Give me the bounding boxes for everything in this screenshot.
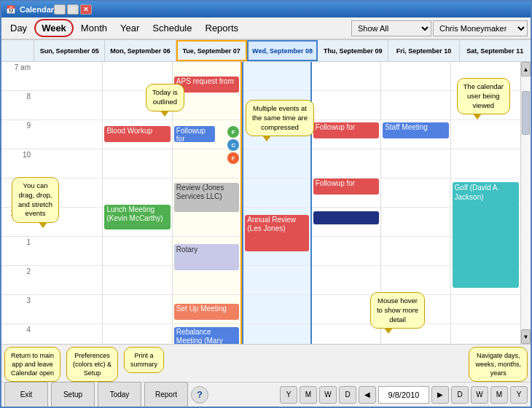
time-1: 1 (1, 237, 34, 266)
day-header-mon: Mon, September 06 (105, 40, 176, 61)
minimize-button[interactable]: _ (54, 4, 66, 15)
menu-schedule[interactable]: Schedule (146, 20, 197, 36)
scroll-down[interactable]: ▼ (521, 329, 531, 344)
title-text: Calendar (20, 5, 54, 14)
time-8: 8 (1, 91, 34, 120)
event-lunch-meeting[interactable]: Lunch Meeting(Kevin McCarthy) (104, 205, 170, 230)
menu-week[interactable]: Week (34, 19, 74, 37)
bubble-preferences: Preferences(colors etc) &Setup (66, 347, 118, 382)
title-bar: 📅 Calendar _ □ ✕ (1, 1, 531, 17)
maximize-button[interactable]: □ (67, 4, 79, 15)
compressed-dot-f2[interactable]: F (227, 152, 239, 164)
time-7am: 7 am (1, 62, 34, 91)
day-header-wed: Wed, September 08 (247, 40, 318, 61)
bubble-compressed: Multiple events atthe same time arecompr… (246, 100, 314, 136)
day-header-fri: Fri, September 10 (388, 40, 459, 61)
bubble-return-main: Return to mainapp and leaveCalendar open (4, 347, 60, 382)
menu-month[interactable]: Month (75, 20, 113, 36)
menu-year[interactable]: Year (114, 20, 145, 36)
nav-prev[interactable]: ◀ (359, 386, 376, 404)
event-rebalance-meeting[interactable]: Rebalance Meeting (Mary Pozo) (174, 327, 239, 344)
event-followup-tue[interactable]: Followup for (174, 126, 215, 142)
bubble-drag-drop: You candrag, drop,and stretchevents (12, 177, 59, 223)
nav-controls: Y M W D ◀ 9/8/2010 ▶ D W M Y (280, 386, 528, 404)
close-button[interactable]: ✕ (80, 4, 92, 15)
menu-bar: Day Week Month Year Schedule Reports Sho… (1, 17, 531, 39)
status-bar: Exit Setup Today Report ? Y M W D ◀ 9/8/… (1, 382, 531, 407)
nav-m1[interactable]: M (300, 386, 317, 404)
day-headers: Sun, September 05 Mon, September 06 Tue,… (1, 40, 531, 62)
nav-next[interactable]: ▶ (431, 386, 449, 404)
nav-w2[interactable]: W (471, 386, 488, 404)
nav-y2[interactable]: Y (510, 386, 528, 404)
scroll-thumb[interactable] (522, 91, 530, 135)
nav-d1[interactable]: D (339, 386, 356, 404)
event-blood-workup[interactable]: Blood Workup (104, 126, 170, 142)
day-header-thu: Thu, September 09 (318, 40, 388, 61)
day-header-sun: Sun, September 05 (34, 40, 105, 61)
today-button[interactable]: Today (98, 382, 141, 408)
time-10: 10 (1, 149, 34, 178)
compressed-dot-f1[interactable]: F (227, 126, 239, 138)
bubble-navigate: Navigate days,weeks, months,years (469, 347, 528, 382)
day-header-tue: Tue, September 07 (176, 40, 247, 61)
event-rotary[interactable]: Rotary (174, 244, 239, 270)
time-4: 4 (1, 324, 34, 344)
event-review-jones[interactable]: Review (Jones Services LLC) (174, 183, 239, 212)
day-header-sat: Sat, September 11 (460, 40, 531, 61)
bubble-print: Print asummary (124, 347, 164, 373)
report-button[interactable]: Report (144, 382, 188, 408)
help-button[interactable]: ? (191, 386, 208, 404)
event-followup-thu1[interactable]: Followup for (313, 122, 379, 138)
time-2: 2 (1, 266, 34, 295)
bubble-mouse-hover: Mouse hoverto show moredetail (370, 292, 425, 329)
event-setup-meeting[interactable]: Set Up Meeting (174, 304, 239, 320)
event-thu-navy[interactable] (313, 211, 379, 224)
nav-y1[interactable]: Y (280, 386, 297, 404)
nav-w1[interactable]: W (319, 386, 337, 404)
setup-button[interactable]: Setup (51, 382, 95, 408)
show-all-select[interactable]: Show All My Events Team Events (351, 20, 431, 36)
compressed-dot-c[interactable]: C (227, 139, 239, 151)
menu-reports[interactable]: Reports (200, 20, 245, 36)
event-staff-meeting[interactable]: Staff Meeting (383, 122, 448, 138)
event-followup-thu2[interactable]: Followup for (313, 178, 379, 195)
time-3: 3 (1, 295, 34, 324)
date-display: 9/8/2010 (378, 386, 429, 404)
bubble-today-outlined: Today isoutlined (146, 84, 184, 111)
user-select[interactable]: Chris Moneymaker (433, 20, 528, 36)
menu-day[interactable]: Day (4, 20, 33, 36)
event-golf[interactable]: Golf (David A.Jackson) (453, 182, 519, 288)
scroll-up[interactable]: ▲ (521, 62, 531, 76)
time-9: 9 (1, 120, 34, 149)
bubble-calendar-user: The calendaruser beingviewed (457, 78, 510, 114)
nav-d2[interactable]: D (451, 386, 469, 404)
event-annual-review[interactable]: Annual Review(Les Jones) (245, 215, 308, 251)
calendar-icon: 📅 (6, 5, 16, 15)
scrollbar[interactable]: ▲ ▼ (520, 62, 531, 344)
exit-button[interactable]: Exit (4, 382, 48, 408)
nav-m2[interactable]: M (490, 386, 508, 404)
